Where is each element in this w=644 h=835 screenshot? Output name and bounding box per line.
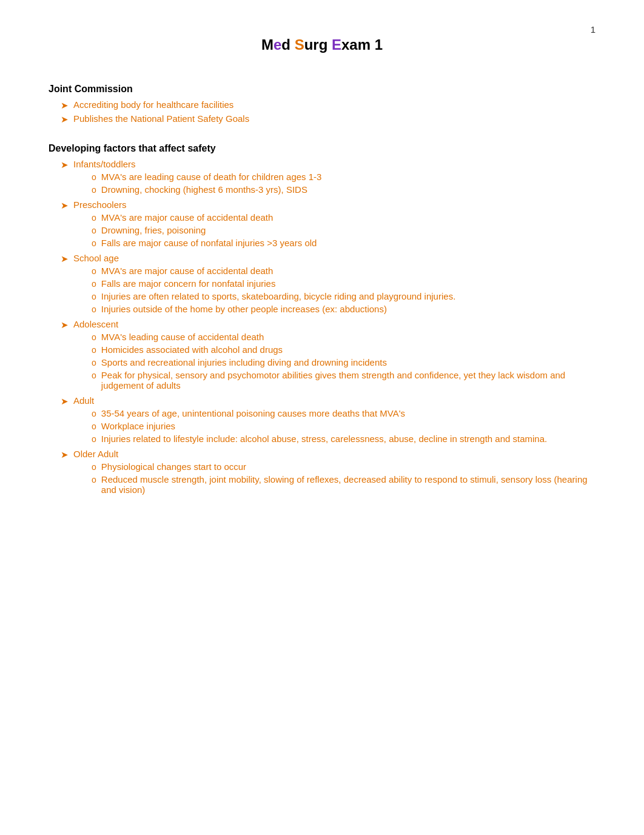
sublist-item: o MVA's are major cause of accidental de… xyxy=(92,212,595,223)
arrow-icon: ➤ xyxy=(61,100,69,111)
title-exam-e: E xyxy=(332,36,341,53)
page-title: Med Surg Exam 1 xyxy=(49,36,595,53)
sublist-item: o Homicides associated with alcohol and … xyxy=(92,344,595,355)
sublist-item: o Workplace injuries xyxy=(92,421,595,431)
bullet-icon: o xyxy=(92,332,96,342)
item-content: Adult o 35-54 years of age, unintentiona… xyxy=(73,395,595,446)
title-d: d xyxy=(281,36,294,53)
bullet-icon: o xyxy=(92,238,96,248)
subitem-text: Drowning, fries, poisoning xyxy=(101,225,595,235)
title-number: 1 xyxy=(375,36,383,53)
item-text: Accrediting body for healthcare faciliti… xyxy=(73,99,595,110)
joint-commission-list: ➤ Accrediting body for healthcare facili… xyxy=(49,99,595,125)
subitem-text: MVA's are major cause of accidental deat… xyxy=(101,212,595,223)
section-developing-factors: Developing factors that affect safety ➤ … xyxy=(49,143,595,497)
list-item: ➤ Accrediting body for healthcare facili… xyxy=(61,99,595,111)
sublist-item: o MVA's leading cause of accidental deat… xyxy=(92,332,595,342)
sublist: o MVA's leading cause of accidental deat… xyxy=(73,332,595,391)
item-content: Infants/toddlers o MVA's are leading cau… xyxy=(73,159,595,197)
sublist: o MVA's are major cause of accidental de… xyxy=(73,212,595,248)
sublist-item: o Falls are major cause of nonfatal inju… xyxy=(92,238,595,248)
bullet-icon: o xyxy=(92,409,96,418)
title-s: S xyxy=(295,36,304,53)
item-content: Preschoolers o MVA's are major cause of … xyxy=(73,200,595,250)
title-exam-xam: xam xyxy=(341,36,375,53)
arrow-icon: ➤ xyxy=(61,253,69,264)
subitem-text: Workplace injuries xyxy=(101,421,595,431)
item-content: School age o MVA's are major cause of ac… xyxy=(73,253,595,317)
sublist-item: o Falls are major concern for nonfatal i… xyxy=(92,278,595,289)
bullet-icon: o xyxy=(92,371,96,380)
subitem-text: Drowning, chocking (highest 6 months-3 y… xyxy=(101,184,595,195)
subitem-text: Physiological changes start to occur xyxy=(101,461,595,472)
sublist-item: o Injuries outside of the home by other … xyxy=(92,304,595,314)
subitem-text: Falls are major concern for nonfatal inj… xyxy=(101,278,595,289)
sublist-item: o Sports and recreational injuries inclu… xyxy=(92,357,595,367)
arrow-icon: ➤ xyxy=(61,396,69,407)
section-joint-commission-heading: Joint Commission xyxy=(49,84,595,95)
section-developing-factors-heading: Developing factors that affect safety xyxy=(49,143,595,154)
developing-factors-list: ➤ Infants/toddlers o MVA's are leading c… xyxy=(49,159,595,497)
bullet-icon: o xyxy=(92,226,96,235)
subitem-text: Homicides associated with alcohol and dr… xyxy=(101,344,595,355)
bullet-icon: o xyxy=(92,304,96,314)
bullet-icon: o xyxy=(92,266,96,276)
sublist-item: o Physiological changes start to occur xyxy=(92,461,595,472)
subitem-text: Injuries related to lifestyle include: a… xyxy=(101,434,595,444)
arrow-icon: ➤ xyxy=(61,200,69,211)
bullet-icon: o xyxy=(92,185,96,195)
bullet-icon: o xyxy=(92,292,96,301)
subitem-text: Injuries are often related to sports, sk… xyxy=(101,291,595,301)
bullet-icon: o xyxy=(92,462,96,472)
list-item-school-age: ➤ School age o MVA's are major cause of … xyxy=(61,253,595,317)
item-label: Older Adult xyxy=(73,449,118,459)
subitem-text: Injuries outside of the home by other pe… xyxy=(101,304,595,314)
sublist-item: o Injuries are often related to sports, … xyxy=(92,291,595,301)
subitem-text: Reduced muscle strength, joint mobility,… xyxy=(101,474,595,495)
subitem-text: Sports and recreational injuries includi… xyxy=(101,357,595,367)
sublist-item: o Reduced muscle strength, joint mobilit… xyxy=(92,474,595,495)
list-item-preschoolers: ➤ Preschoolers o MVA's are major cause o… xyxy=(61,200,595,250)
subitem-text: MVA's leading cause of accidental death xyxy=(101,332,595,342)
subitem-text: 35-54 years of age, unintentional poison… xyxy=(101,408,595,418)
subitem-text: Falls are major cause of nonfatal injuri… xyxy=(101,238,595,248)
list-item-adult: ➤ Adult o 35-54 years of age, unintentio… xyxy=(61,395,595,446)
bullet-icon: o xyxy=(92,421,96,431)
section-joint-commission: Joint Commission ➤ Accrediting body for … xyxy=(49,84,595,125)
arrow-icon: ➤ xyxy=(61,159,69,170)
bullet-icon: o xyxy=(92,358,96,367)
sublist: o 35-54 years of age, unintentional pois… xyxy=(73,408,595,444)
item-text: Publishes the National Patient Safety Go… xyxy=(73,113,595,124)
bullet-icon: o xyxy=(92,279,96,289)
arrow-icon: ➤ xyxy=(61,320,69,330)
sublist-item: o Injuries related to lifestyle include:… xyxy=(92,434,595,444)
item-content: Older Adult o Physiological changes star… xyxy=(73,449,595,497)
sublist-item: o MVA's are leading cause of death for c… xyxy=(92,172,595,182)
list-item-older-adult: ➤ Older Adult o Physiological changes st… xyxy=(61,449,595,497)
item-label: School age xyxy=(73,253,119,263)
subitem-text: MVA's are leading cause of death for chi… xyxy=(101,172,595,182)
title-e: e xyxy=(273,36,281,53)
sublist-item: o Drowning, fries, poisoning xyxy=(92,225,595,235)
list-item: ➤ Publishes the National Patient Safety … xyxy=(61,113,595,125)
list-item-infants: ➤ Infants/toddlers o MVA's are leading c… xyxy=(61,159,595,197)
bullet-icon: o xyxy=(92,213,96,223)
arrow-icon: ➤ xyxy=(61,449,69,460)
sublist-item: o 35-54 years of age, unintentional pois… xyxy=(92,408,595,418)
item-content: Adolescent o MVA's leading cause of acci… xyxy=(73,319,595,393)
subitem-text: Peak for physical, sensory and psychomot… xyxy=(101,370,595,391)
sublist: o MVA's are major cause of accidental de… xyxy=(73,266,595,314)
bullet-icon: o xyxy=(92,434,96,444)
subitem-text: MVA's are major cause of accidental deat… xyxy=(101,266,595,276)
arrow-icon: ➤ xyxy=(61,114,69,125)
item-label: Preschoolers xyxy=(73,200,127,210)
sublist-item: o Peak for physical, sensory and psychom… xyxy=(92,370,595,391)
item-label: Adolescent xyxy=(73,319,118,329)
sublist-item: o MVA's are major cause of accidental de… xyxy=(92,266,595,276)
bullet-icon: o xyxy=(92,172,96,182)
item-label: Infants/toddlers xyxy=(73,159,136,169)
title-m: M xyxy=(261,36,273,53)
bullet-icon: o xyxy=(92,345,96,355)
page-number: 1 xyxy=(591,24,595,35)
title-urg: urg xyxy=(304,36,332,53)
